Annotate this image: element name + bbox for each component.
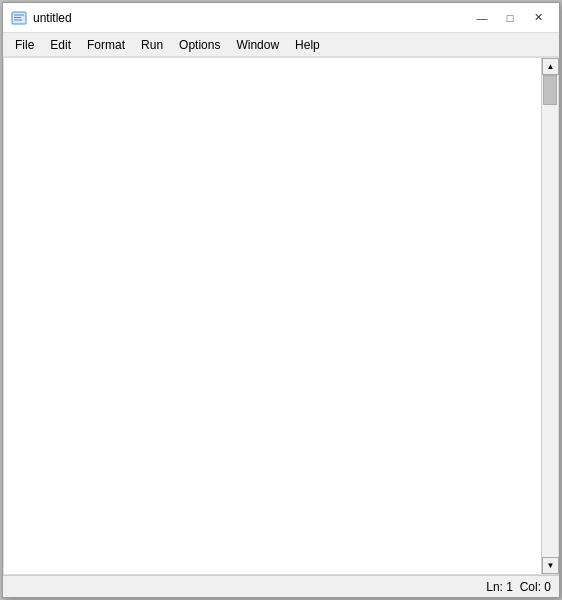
minimize-button[interactable]: — [469,8,495,28]
status-col: Col: 0 [520,580,551,594]
status-bar: Ln: 1 Col: 0 [3,575,559,597]
title-bar: untitled — □ ✕ [3,3,559,33]
close-button[interactable]: ✕ [525,8,551,28]
menu-window[interactable]: Window [228,34,287,56]
window-title: untitled [33,11,72,25]
app-icon [11,10,27,26]
scroll-thumb[interactable] [543,75,557,105]
title-bar-controls: — □ ✕ [469,8,551,28]
text-editor[interactable] [4,58,541,574]
scroll-track[interactable] [542,75,558,557]
maximize-button[interactable]: □ [497,8,523,28]
main-window: untitled — □ ✕ File Edit Format Run Opti… [2,2,560,598]
menu-edit[interactable]: Edit [42,34,79,56]
status-line: Ln: 1 [486,580,513,594]
menu-help[interactable]: Help [287,34,328,56]
menu-file[interactable]: File [7,34,42,56]
editor-area: ▲ ▼ [3,57,559,575]
menu-run[interactable]: Run [133,34,171,56]
menu-format[interactable]: Format [79,34,133,56]
status-line-col: Ln: 1 Col: 0 [486,580,551,594]
vertical-scrollbar: ▲ ▼ [541,58,558,574]
menu-bar: File Edit Format Run Options Window Help [3,33,559,57]
scroll-up-button[interactable]: ▲ [542,58,559,75]
menu-options[interactable]: Options [171,34,228,56]
title-bar-left: untitled [11,10,72,26]
scroll-down-button[interactable]: ▼ [542,557,559,574]
